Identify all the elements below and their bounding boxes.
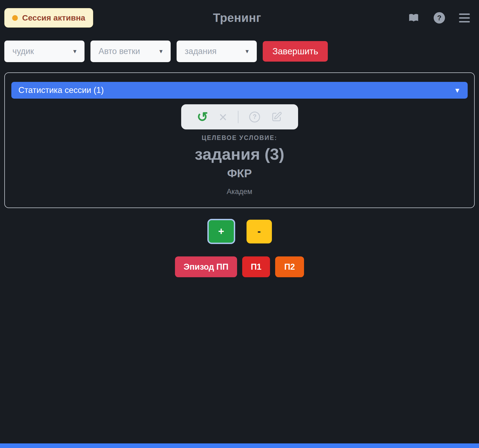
target-toolbar: ↺ × ? [181,104,298,129]
chevron-down-icon: ▼ [454,86,461,94]
target-condition-tertiary: Академ [5,188,474,196]
counter-row: + - [0,219,479,244]
increment-button[interactable]: + [207,219,235,244]
undo-icon[interactable]: ↺ [197,110,208,124]
top-bar-icons: ? [408,12,470,24]
session-badge-label: Сессия активна [22,13,85,22]
help-icon-glyph: ? [437,14,441,22]
target-condition-primary: задания (3) [5,145,474,163]
action-row: Эпизод ПП П1 П2 [0,256,479,277]
decrement-button[interactable]: - [247,220,272,243]
p1-button[interactable]: П1 [242,256,270,277]
stats-panel-header[interactable]: Статистика сессии (1) ▼ [11,82,468,99]
target-condition-secondary: ФКР [5,167,474,180]
target-condition-caption: ЦЕЛЕВОЕ УСЛОВИЕ: [5,134,474,142]
page-title: Тренинг [213,11,261,25]
filter-row: чудик ▼ Авто ветки ▼ задания ▼ Завершить [4,41,479,62]
edit-icon[interactable] [271,111,282,123]
status-dot-icon [12,15,18,21]
target-condition-block: ЦЕЛЕВОЕ УСЛОВИЕ: задания (3) ФКР Академ [5,134,474,196]
session-stats-panel: Статистика сессии (1) ▼ ↺ × ? ЦЕЛЕВОЕ УС… [4,72,475,208]
menu-icon[interactable] [459,14,470,22]
top-bar: Сессия активна Тренинг ? [0,0,479,28]
finish-button[interactable]: Завершить [263,41,328,62]
dropdown-2[interactable]: Авто ветки ▼ [90,41,171,62]
chevron-down-icon: ▼ [244,48,250,55]
toolbar-divider [238,111,238,123]
dropdown-1[interactable]: чудик ▼ [4,41,85,62]
dropdown-2-value: Авто ветки [99,46,140,56]
dropdown-3-value: задания [185,46,217,56]
stats-panel-title: Статистика сессии (1) [18,85,104,95]
question-circle-icon[interactable]: ? [249,112,260,122]
help-icon[interactable]: ? [434,12,445,24]
book-open-icon[interactable] [408,12,420,23]
dropdown-3[interactable]: задания ▼ [177,41,257,62]
bottom-accent-bar [0,443,479,448]
chevron-down-icon: ▼ [72,48,77,55]
chevron-down-icon: ▼ [158,48,164,55]
close-icon[interactable]: × [219,110,227,124]
p2-button[interactable]: П2 [275,256,304,277]
session-status-badge: Сессия активна [4,8,93,28]
episode-pp-button[interactable]: Эпизод ПП [175,256,237,277]
dropdown-1-value: чудик [12,46,34,56]
